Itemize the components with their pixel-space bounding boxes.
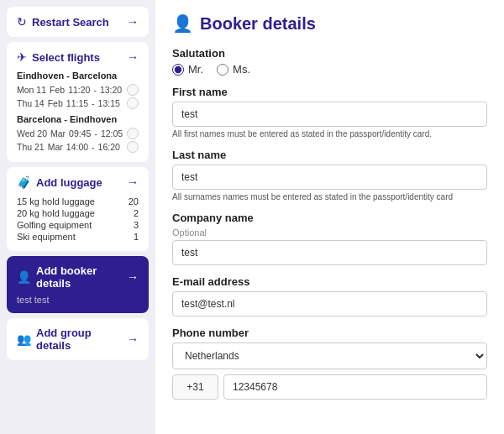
mr-label: Mr.	[188, 63, 203, 76]
f2-day: Thu 14	[17, 98, 45, 108]
luggage-item-0: 15 kg hold luggage 20	[17, 196, 139, 207]
page-header: 👤 Booker details	[172, 13, 487, 34]
country-select[interactable]: Netherlands	[172, 342, 487, 369]
f3-dot	[127, 128, 139, 139]
f1-month: Feb	[50, 85, 65, 95]
flights-section: Eindhoven - Barcelona Mon 11 Feb 11:20 -…	[17, 71, 139, 154]
luggage-icon: 🧳	[17, 175, 31, 189]
f4-dot	[127, 141, 139, 153]
phone-number-input[interactable]	[223, 374, 487, 400]
f2-dot	[127, 97, 139, 109]
f1-time: 11:20	[68, 85, 90, 95]
salutation-group: Salutation Mr. Ms.	[172, 47, 487, 76]
select-flights-card: ✈ Select flights → Eindhoven - Barcelona…	[7, 42, 149, 162]
group-arrow-icon: →	[127, 332, 139, 346]
ms-label: Ms.	[233, 63, 250, 76]
last-name-label: Last name	[172, 149, 487, 161]
flight-row-1: Mon 11 Feb 11:20 - 13:20	[17, 83, 139, 97]
email-input[interactable]	[172, 291, 487, 316]
restart-arrow-icon: →	[127, 15, 139, 29]
f1-day: Mon 11	[17, 85, 46, 95]
company-name-group: Company name Optional	[172, 212, 487, 265]
flight-row-3: Wed 20 Mar 09:45 - 12:05	[17, 127, 139, 140]
select-flights-row[interactable]: ✈ Select flights →	[17, 50, 139, 64]
restart-search-card[interactable]: ↻ Restart Search →	[7, 7, 149, 37]
add-luggage-label: Add luggage	[36, 176, 102, 189]
luggage-item-1: 20 kg hold luggage 2	[17, 207, 139, 219]
f4-month: Mar	[48, 142, 63, 152]
f2-month: Feb	[48, 98, 63, 108]
first-name-label: First name	[172, 86, 487, 98]
first-name-hint: All first names must be entered as state…	[172, 129, 487, 139]
phone-group: Phone number Netherlands	[172, 327, 487, 400]
luggage-item-3: Ski equipment 1	[17, 231, 139, 243]
company-optional-hint: Optional	[172, 227, 487, 238]
f4-time: 14:00	[66, 142, 88, 152]
luggage-label-3: Ski equipment	[17, 232, 76, 242]
mr-option[interactable]: Mr.	[172, 63, 203, 76]
luggage-label-2: Golfing equipment	[17, 220, 92, 230]
salutation-label: Salutation	[172, 47, 487, 60]
add-group-details-label: Add group details	[36, 327, 127, 352]
last-name-input[interactable]	[172, 165, 487, 190]
luggage-section: 15 kg hold luggage 20 20 kg hold luggage…	[17, 196, 139, 243]
group-icon: 👥	[17, 332, 31, 346]
f4-day: Thu 21	[17, 142, 45, 152]
add-booker-details-label: Add booker details	[36, 264, 127, 290]
add-luggage-row[interactable]: 🧳 Add luggage →	[17, 175, 139, 189]
add-group-details-row[interactable]: 👥 Add group details →	[17, 327, 139, 352]
phone-label: Phone number	[172, 327, 487, 339]
phone-row	[172, 374, 487, 400]
f4-arrive: 16:20	[98, 142, 120, 152]
f3-time: 09:45	[69, 128, 91, 139]
add-luggage-card: 🧳 Add luggage → 15 kg hold luggage 20 20…	[7, 167, 149, 251]
ms-radio[interactable]	[217, 64, 228, 76]
flight-icon: ✈	[17, 50, 27, 64]
restart-search-row[interactable]: ↻ Restart Search →	[17, 15, 139, 29]
restart-icon: ↻	[17, 15, 27, 29]
restart-search-label: Restart Search	[32, 16, 109, 29]
booker-details-icon: 👤	[172, 13, 193, 34]
sidebar: ↻ Restart Search → ✈ Select flights → Ei…	[0, 0, 155, 434]
route1-label: Eindhoven - Barcelona	[17, 71, 139, 81]
f1-arrive: 13:20	[100, 85, 122, 95]
first-name-input[interactable]	[172, 102, 487, 127]
luggage-label-0: 15 kg hold luggage	[17, 196, 95, 207]
add-booker-details-card[interactable]: 👤 Add booker details → test test	[7, 256, 149, 313]
ms-option[interactable]: Ms.	[217, 63, 250, 76]
luggage-count-1: 2	[134, 208, 139, 218]
f3-month: Mar	[50, 128, 66, 139]
luggage-count-0: 20	[129, 196, 139, 207]
email-label: E-mail address	[172, 275, 487, 288]
select-flights-label: Select flights	[32, 51, 100, 64]
company-name-input[interactable]	[172, 240, 487, 265]
booker-arrow-icon: →	[127, 270, 139, 284]
f2-time: 11:15	[66, 98, 88, 108]
f2-arrive: 13:15	[98, 98, 120, 108]
flight-row-4: Thu 21 Mar 14:00 - 16:20	[17, 140, 139, 154]
f3-arrive: 12:05	[101, 128, 123, 139]
luggage-label-1: 20 kg hold luggage	[17, 208, 95, 218]
last-name-hint: All surnames names must be entered as st…	[172, 192, 487, 201]
f1-dot	[127, 84, 139, 96]
luggage-count-2: 3	[134, 220, 139, 230]
add-group-details-card[interactable]: 👥 Add group details →	[7, 318, 149, 360]
luggage-arrow-icon: →	[127, 175, 139, 189]
mr-radio[interactable]	[172, 64, 184, 76]
first-name-group: First name All first names must be enter…	[172, 86, 487, 139]
add-booker-details-row[interactable]: 👤 Add booker details →	[17, 264, 139, 290]
booker-icon: 👤	[17, 270, 31, 284]
phone-prefix-input[interactable]	[172, 374, 218, 400]
flights-arrow-icon: →	[127, 50, 139, 64]
last-name-group: Last name All surnames names must be ent…	[172, 149, 487, 201]
route2-label: Barcelona - Eindhoven	[17, 114, 139, 124]
flight-row-2: Thu 14 Feb 11:15 - 13:15	[17, 97, 139, 110]
booker-name: test test	[17, 295, 139, 305]
luggage-item-2: Golfing equipment 3	[17, 219, 139, 231]
page-title: Booker details	[200, 14, 316, 34]
salutation-options: Mr. Ms.	[172, 63, 487, 76]
luggage-count-3: 1	[134, 232, 139, 242]
company-name-label: Company name	[172, 212, 487, 224]
main-content: 👤 Booker details Salutation Mr. Ms. Firs…	[155, 0, 504, 434]
f3-day: Wed 20	[17, 128, 47, 139]
